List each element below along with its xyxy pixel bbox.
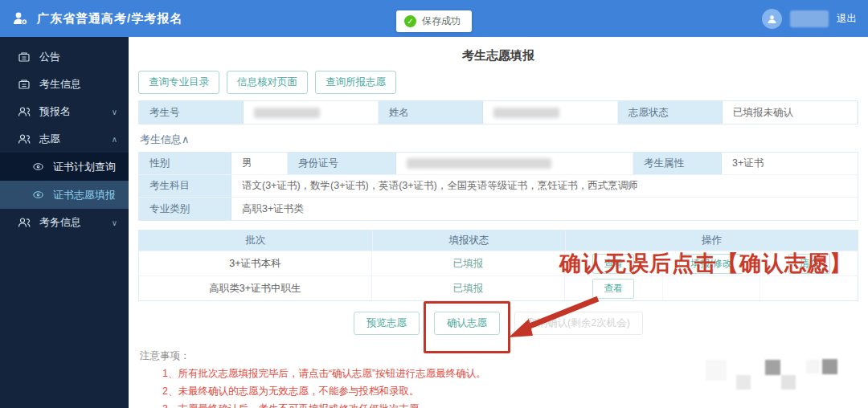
confirm-volunteer-wrapper: 确认志愿: [434, 312, 500, 335]
preview-volunteer-button[interactable]: 预览志愿: [354, 312, 420, 335]
major-category-label: 专业类别: [139, 198, 231, 220]
person-plus-icon: [11, 10, 29, 27]
person-icon: [18, 133, 31, 145]
sidebar-label: 考务信息: [39, 215, 81, 230]
toast-message: 保存成功: [422, 14, 461, 28]
eye-icon: [32, 189, 45, 201]
note-item: 1、所有批次志愿填报完毕后，请点击“确认志愿”按钮进行志愿最终确认。: [162, 367, 868, 381]
candidate-no-label: 考生号: [139, 101, 244, 124]
submenu-label: 证书志愿填报: [53, 188, 116, 202]
toolbar: 查询专业目录 信息核对页面 查询所报志愿: [138, 71, 868, 94]
gender-value: 男: [231, 153, 288, 174]
notes-section: 注意事项： 1、所有批次志愿填报完毕后，请点击“确认志愿”按钮进行志愿最终确认。…: [140, 349, 868, 408]
notes-title: 注意事项：: [140, 349, 868, 363]
table-row: 高职类3+证书中职生 已填报 查看: [139, 275, 858, 300]
name-value: [483, 101, 618, 124]
person-icon: [18, 105, 31, 118]
subjects-label: 考生科目: [139, 175, 231, 197]
candidate-summary-row: 考生号 姓名 志愿状态 已填报未确认: [138, 100, 858, 124]
candidate-attr-label: 考生属性: [633, 153, 722, 174]
sidebar-label: 预报名: [39, 104, 71, 119]
major-category-value: 高职3+证书类: [231, 198, 858, 220]
top-header-bar: 广东省普通高考/学考报名 ✓ 保存成功 退出: [0, 0, 868, 37]
sidebar-item-exam-info[interactable]: 考务信息 ∨: [0, 209, 129, 236]
eye-icon: [32, 161, 45, 173]
person-icon: [18, 216, 31, 229]
header-batch: 批次: [139, 231, 372, 251]
note-item: 3、志愿最终确认后，考生不可再填报或修改任何批次志愿。: [162, 402, 868, 408]
volunteer-status-value: 已填报未确认: [723, 101, 858, 124]
watermark-block: [765, 360, 780, 375]
sidebar-item-pre-register[interactable]: 预报名 ∨: [0, 98, 129, 125]
info-check-page-button[interactable]: 信息核对页面: [227, 71, 308, 94]
watermark-block: [822, 359, 837, 374]
annotation-text: 确认无误后点击【确认志愿】: [559, 249, 852, 278]
candidate-no-value: [244, 101, 379, 124]
volunteer-status-label: 志愿状态: [618, 101, 723, 124]
watermark-block: [806, 360, 820, 373]
id-number-value: [396, 153, 633, 174]
sidebar-label: 考生信息: [39, 77, 81, 92]
app-title: 广东省普通高考/学考报名: [37, 11, 182, 27]
redacted-value: [407, 158, 551, 169]
success-check-icon: ✓: [404, 15, 416, 27]
username-redacted: [790, 10, 829, 27]
fill-status: 已填报: [372, 251, 565, 275]
batch-name: 3+证书本科: [139, 251, 372, 275]
header-fill-status: 填报状态: [372, 231, 565, 251]
submenu-item-cert-plan-query[interactable]: 证书计划查询: [0, 153, 129, 181]
query-filed-volunteer-button[interactable]: 查询所报志愿: [315, 71, 396, 94]
bottom-actions-row: 预览志愿 确认志愿 取消确认(剩余2次机会): [129, 312, 868, 335]
save-success-toast: ✓ 保存成功: [396, 10, 472, 32]
note-item: 2、未最终确认的志愿为无效志愿，不能参与投档和录取。: [162, 385, 868, 398]
name-label: 姓名: [379, 101, 483, 124]
sidebar-label: 志愿: [39, 132, 60, 146]
redacted-value: [254, 108, 320, 118]
app-logo: 广东省普通高考/学考报名: [11, 10, 182, 27]
redacted-value: [493, 108, 559, 118]
candidate-info-collapse-toggle[interactable]: 考生信息∧: [140, 133, 190, 147]
batch-table-header: 批次 填报状态 操作: [139, 231, 858, 251]
app-window: 广东省普通高考/学考报名 ✓ 保存成功 退出 公告 考生信息: [0, 0, 868, 408]
sidebar-nav: 公告 考生信息 预报名 ∨ 志愿 ∧: [0, 37, 129, 408]
info-row-subjects: 考生科目 语文(3+证书)，数学(3+证书)，英语(3+证书)，全国英语等级证书…: [139, 175, 858, 198]
sidebar-item-announcements[interactable]: 公告: [0, 43, 129, 71]
cancel-confirm-button: 取消确认(剩余2次机会): [514, 312, 643, 335]
op-subcell: 查看: [565, 276, 663, 300]
id-number-label: 身份证号: [288, 153, 396, 174]
fill-status: 已填报: [372, 276, 565, 300]
gender-label: 性别: [139, 153, 231, 174]
watermark-block: [736, 375, 751, 390]
chevron-down-icon: ∨: [112, 108, 117, 116]
header-operations: 操作: [565, 231, 858, 251]
info-row-category: 专业类别 高职3+证书类: [139, 198, 858, 220]
main-content: 考生志愿填报 查询专业目录 信息核对页面 查询所报志愿 考生号 姓名 志愿状态 …: [129, 37, 868, 408]
subjects-value: 语文(3+证书)，数学(3+证书)，英语(3+证书)，全国英语等级证书，烹饪证书…: [231, 175, 858, 197]
page-title: 考生志愿填报: [129, 48, 868, 63]
logout-button[interactable]: 退出: [837, 12, 857, 26]
sidebar-item-candidate-info[interactable]: 考生信息: [0, 71, 129, 98]
info-row-basic: 性别 男 身份证号 考生属性 3+证书: [139, 153, 858, 175]
user-avatar[interactable]: [762, 9, 782, 29]
watermark-block: [781, 375, 796, 390]
chevron-down-icon: ∨: [112, 218, 117, 227]
candidate-info-icon: [18, 78, 31, 91]
sidebar-label: 公告: [39, 50, 60, 64]
announcement-icon: [18, 51, 31, 63]
sidebar-item-volunteer[interactable]: 志愿 ∧: [0, 125, 129, 153]
header-user-area: 退出: [762, 9, 857, 29]
chevron-up-icon: ∧: [112, 135, 117, 144]
submenu-label: 证书计划查询: [53, 160, 116, 174]
op-subcell: [760, 276, 858, 300]
operations-cell: 查看: [565, 276, 858, 300]
submenu-item-cert-volunteer-fill[interactable]: 证书志愿填报: [0, 181, 129, 209]
volunteer-submenu: 证书计划查询 证书志愿填报: [0, 153, 129, 209]
watermark-block: [706, 360, 727, 381]
op-subcell: [663, 276, 761, 300]
query-major-catalog-button[interactable]: 查询专业目录: [138, 71, 219, 94]
candidate-attr-value: 3+证书: [722, 153, 858, 174]
batch-name: 高职类3+证书中职生: [139, 276, 372, 300]
candidate-info-table: 性别 男 身份证号 考生属性 3+证书 考生科目 语文(3+证书)，数学(3+证…: [138, 152, 858, 221]
confirm-volunteer-button[interactable]: 确认志愿: [434, 312, 500, 335]
view-button[interactable]: 查看: [592, 279, 634, 299]
